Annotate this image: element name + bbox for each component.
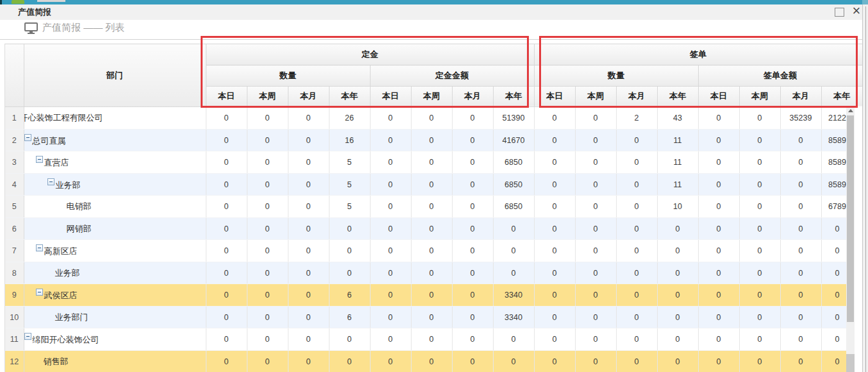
value-cell[interactable]: 0 xyxy=(534,151,575,174)
value-cell[interactable]: 41670 xyxy=(493,129,534,151)
value-cell[interactable]: 0 xyxy=(370,129,411,151)
value-cell[interactable]: 0 xyxy=(411,129,452,151)
value-cell[interactable]: 0 xyxy=(370,151,411,174)
value-cell[interactable]: 10 xyxy=(657,196,698,218)
value-cell[interactable]: 0 xyxy=(452,240,493,262)
value-cell[interactable]: 0 xyxy=(739,151,780,174)
value-cell[interactable]: 5 xyxy=(329,196,370,218)
value-cell[interactable]: 0 xyxy=(739,129,780,151)
column-header-period[interactable]: 本月 xyxy=(288,86,329,107)
value-cell[interactable]: 0 xyxy=(247,240,288,262)
value-cell[interactable]: 0 xyxy=(206,151,247,174)
value-cell[interactable]: 0 xyxy=(657,350,698,372)
value-cell[interactable]: 0 xyxy=(411,217,452,240)
value-cell[interactable]: 0 xyxy=(247,350,288,372)
value-cell[interactable]: 0 xyxy=(247,262,288,284)
value-cell[interactable]: 0 xyxy=(780,328,821,351)
value-cell[interactable]: 0 xyxy=(575,328,616,351)
scrollbar-bottom-segment[interactable] xyxy=(846,354,855,372)
value-cell[interactable]: 16 xyxy=(329,129,370,151)
value-cell[interactable]: 0 xyxy=(452,217,493,240)
value-cell[interactable]: 0 xyxy=(493,217,534,240)
value-cell[interactable]: 0 xyxy=(616,350,657,372)
value-cell[interactable]: 0 xyxy=(616,196,657,218)
dept-cell[interactable]: 武侯区店 xyxy=(24,284,206,307)
value-cell[interactable]: 0 xyxy=(657,328,698,351)
value-cell[interactable]: 0 xyxy=(329,262,370,284)
value-cell[interactable]: 0 xyxy=(288,173,329,196)
value-cell[interactable]: 6850 xyxy=(493,173,534,196)
value-cell[interactable]: 2 xyxy=(616,107,657,130)
value-cell[interactable]: 0 xyxy=(288,217,329,240)
value-cell[interactable]: 0 xyxy=(575,173,616,196)
value-cell[interactable]: 0 xyxy=(493,328,534,351)
dept-cell[interactable]: 高新区店 xyxy=(24,240,206,262)
value-cell[interactable]: 0 xyxy=(370,217,411,240)
value-cell[interactable]: 11 xyxy=(657,129,698,151)
value-cell[interactable]: 0 xyxy=(370,173,411,196)
value-cell[interactable]: 0 xyxy=(370,350,411,372)
value-cell[interactable]: 0 xyxy=(329,240,370,262)
value-cell[interactable]: 0 xyxy=(288,151,329,174)
value-cell[interactable]: 0 xyxy=(247,151,288,174)
value-cell[interactable]: 0 xyxy=(780,173,821,196)
value-cell[interactable]: 0 xyxy=(657,217,698,240)
value-cell[interactable]: 0 xyxy=(288,107,329,130)
value-cell[interactable]: 0 xyxy=(493,350,534,372)
value-cell[interactable]: 0 xyxy=(698,217,739,240)
value-cell[interactable]: 0 xyxy=(534,262,575,284)
value-cell[interactable]: 0 xyxy=(739,284,780,307)
column-header-period[interactable]: 本日 xyxy=(698,86,739,107)
value-cell[interactable]: 0 xyxy=(411,262,452,284)
value-cell[interactable]: 0 xyxy=(452,306,493,328)
value-cell[interactable]: 0 xyxy=(411,284,452,307)
value-cell[interactable]: 0 xyxy=(575,107,616,130)
value-cell[interactable]: 0 xyxy=(452,284,493,307)
value-cell[interactable]: 0 xyxy=(575,217,616,240)
value-cell[interactable]: 0 xyxy=(698,240,739,262)
value-cell[interactable]: 0 xyxy=(493,262,534,284)
value-cell[interactable]: 0 xyxy=(370,284,411,307)
value-cell[interactable]: 6 xyxy=(329,284,370,307)
value-cell[interactable]: 0 xyxy=(288,350,329,372)
value-cell[interactable]: 0 xyxy=(616,306,657,328)
value-cell[interactable]: 0 xyxy=(452,173,493,196)
value-cell[interactable]: 0 xyxy=(534,328,575,351)
value-cell[interactable]: 0 xyxy=(698,151,739,174)
value-cell[interactable]: 0 xyxy=(247,328,288,351)
tree-collapse-icon[interactable] xyxy=(24,333,31,340)
value-cell[interactable]: 0 xyxy=(288,196,329,218)
value-cell[interactable]: 0 xyxy=(329,350,370,372)
dept-cell[interactable]: 业务部 xyxy=(24,173,206,196)
value-cell[interactable]: 0 xyxy=(780,240,821,262)
value-cell[interactable]: 0 xyxy=(534,350,575,372)
value-cell[interactable]: 6850 xyxy=(493,151,534,174)
value-cell[interactable]: 0 xyxy=(206,306,247,328)
value-cell[interactable]: 0 xyxy=(452,107,493,130)
tree-collapse-icon[interactable] xyxy=(36,244,43,251)
value-cell[interactable]: 0 xyxy=(206,217,247,240)
tree-collapse-icon[interactable] xyxy=(24,134,31,141)
column-header-period[interactable]: 本年 xyxy=(329,86,370,107)
column-header-period[interactable]: 本周 xyxy=(411,86,452,107)
maximize-icon[interactable] xyxy=(835,8,844,17)
close-icon[interactable]: × xyxy=(849,2,864,20)
value-cell[interactable]: 0 xyxy=(206,284,247,307)
value-cell[interactable]: 0 xyxy=(739,217,780,240)
value-cell[interactable]: 0 xyxy=(739,107,780,130)
value-cell[interactable]: 0 xyxy=(534,173,575,196)
column-header-period[interactable]: 本年 xyxy=(657,86,698,107)
value-cell[interactable]: 0 xyxy=(370,306,411,328)
value-cell[interactable]: 0 xyxy=(780,151,821,174)
value-cell[interactable]: 0 xyxy=(370,262,411,284)
value-cell[interactable]: 0 xyxy=(575,262,616,284)
value-cell[interactable]: 0 xyxy=(698,262,739,284)
column-header-period[interactable]: 本月 xyxy=(616,86,657,107)
value-cell[interactable]: 0 xyxy=(575,350,616,372)
value-cell[interactable]: 5 xyxy=(329,173,370,196)
value-cell[interactable]: 0 xyxy=(411,240,452,262)
value-cell[interactable]: 3340 xyxy=(493,306,534,328)
value-cell[interactable]: 0 xyxy=(452,262,493,284)
value-cell[interactable]: 0 xyxy=(370,328,411,351)
value-cell[interactable]: 0 xyxy=(575,240,616,262)
